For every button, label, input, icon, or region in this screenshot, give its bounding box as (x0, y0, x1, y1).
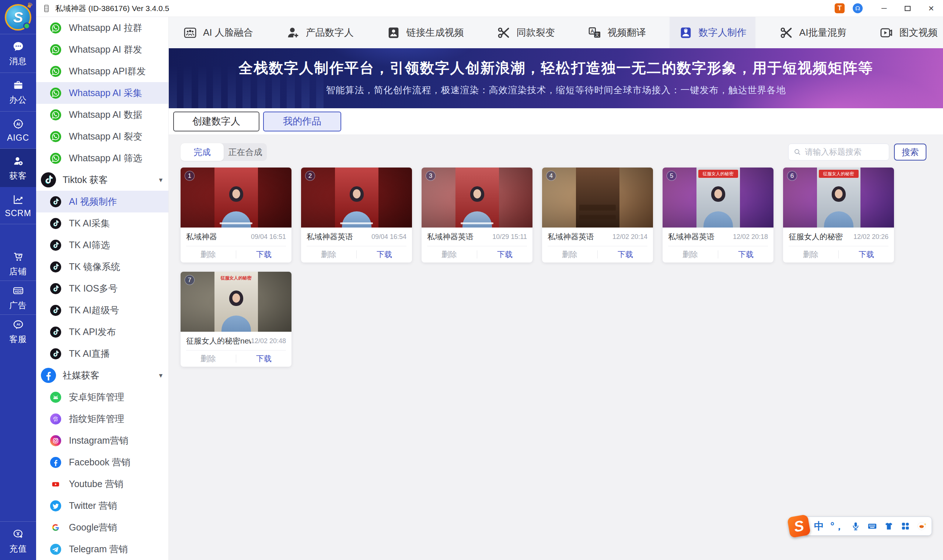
mascot-emoji-icon[interactable] (917, 521, 927, 531)
delete-button[interactable]: 删除 (181, 354, 236, 364)
delete-button[interactable]: 删除 (301, 249, 357, 260)
card-actions: 删除下载 (421, 246, 532, 263)
promo-banner: 全栈数字人制作平台，引领数字人创新浪潮，轻松打造独一无二的数字形象，用于短视频矩… (169, 48, 943, 108)
delete-button[interactable]: 删除 (181, 249, 236, 260)
video-thumbnail[interactable]: 征服女人的秘密7 (181, 272, 292, 332)
tiktok-icon (50, 262, 61, 272)
classroom-desk-shape (579, 205, 616, 211)
tab-ai-batch-cut[interactable]: AI批量混剪 (770, 17, 856, 48)
rail-item-shop[interactable]: 店铺 (0, 247, 36, 280)
whatsapp-icon (50, 88, 61, 98)
skin-tshirt-icon[interactable] (884, 521, 894, 531)
create-avatar-button[interactable]: 创建数字人 (173, 112, 259, 131)
menu-item-whatsapp-ai-data[interactable]: Whatsapp AI 数据 (36, 104, 168, 126)
menu-item-android-matrix[interactable]: 安卓矩阵管理 (36, 386, 168, 408)
video-thumbnail[interactable]: 2 (301, 168, 412, 228)
delete-button[interactable]: 删除 (542, 249, 597, 260)
side-menu: Whatsapp AI 拉群Whatsapp AI 群发Whatsapp API… (36, 17, 169, 560)
thumbnail-center-frame: 征服女人的秘密 (696, 168, 740, 228)
video-thumbnail[interactable]: 1 (181, 168, 292, 228)
rail-item-support[interactable]: AI客服 (0, 315, 36, 348)
tab-link-to-video[interactable]: 链接生成视频 (377, 17, 473, 48)
toolbox-icon[interactable]: T (835, 3, 844, 13)
rail-item-messages[interactable]: 消息 (0, 34, 36, 72)
menu-item-tk-ai-filter[interactable]: TK AI筛选 (36, 234, 168, 256)
menu-item-telegram-marketing[interactable]: Telegram 营销 (36, 538, 168, 560)
close-button[interactable]: ✕ (920, 0, 943, 17)
menu-item-google-marketing[interactable]: Google营销 (36, 517, 168, 538)
delete-button[interactable]: 删除 (662, 249, 718, 260)
menu-item-whatsapp-ai-filter[interactable]: Whatsapp AI 筛选 (36, 147, 168, 169)
assistant-icon[interactable]: ☊ (853, 3, 863, 13)
menu-item-instagram-marketing[interactable]: Instagram营销 (36, 430, 168, 451)
menu-item-tk-api-publish[interactable]: TK API发布 (36, 321, 168, 343)
my-works-button[interactable]: 我的作品 (263, 112, 341, 131)
menu-item-whatsapp-ai-collect[interactable]: Whatsapp AI 采集 (36, 82, 168, 104)
person-face (232, 294, 240, 303)
video-thumbnail[interactable]: 征服女人的秘密5 (662, 168, 773, 228)
menu-item-label: 社媒获客 (63, 369, 99, 382)
pic-video-icon (879, 25, 894, 40)
rail-item-ads[interactable]: ADS广告 (0, 281, 36, 314)
rail-item-scrm[interactable]: SCRM (0, 187, 36, 224)
app-logo[interactable]: S ♛ (5, 4, 31, 31)
rail-item-acquisition[interactable]: 获客 (0, 149, 36, 187)
download-button[interactable]: 下载 (357, 249, 412, 260)
tab-same-style-fission[interactable]: 同款裂变 (488, 17, 564, 48)
delete-button[interactable]: 删除 (421, 249, 477, 260)
search-input[interactable] (805, 147, 884, 157)
menu-item-tk-ios-multi[interactable]: TK IOS多号 (36, 278, 168, 299)
download-button[interactable]: 下载 (598, 249, 653, 260)
ime-punctuation-icon[interactable]: °， (830, 522, 844, 531)
menu-item-social-media-acquisition[interactable]: 社媒获客▾ (36, 365, 168, 386)
tab-avatar-production[interactable]: 数字人制作 (670, 17, 755, 48)
menu-item-twitter-marketing[interactable]: Twitter 营销 (36, 495, 168, 517)
chevron-down-icon[interactable]: ▾ (159, 175, 162, 184)
download-button[interactable]: 下载 (839, 249, 894, 260)
download-button[interactable]: 下载 (236, 249, 292, 260)
video-thumbnail[interactable]: 征服女人的秘密6 (783, 168, 894, 228)
sogou-logo-icon[interactable]: S (787, 514, 811, 538)
keyboard-icon[interactable] (867, 521, 877, 531)
menu-item-whatsapp-ai-fission[interactable]: Whatsapp AI 裂变 (36, 126, 168, 147)
menu-item-tk-mirror-system[interactable]: TK 镜像系统 (36, 256, 168, 278)
menu-item-tk-ai-super[interactable]: TK AI超级号 (36, 299, 168, 321)
download-button[interactable]: 下载 (718, 249, 773, 260)
menu-item-tiktok-acquisition[interactable]: Tiktok 获客▾ (36, 169, 168, 191)
menu-item-whatsapp-ai-bulk-send[interactable]: Whatsapp AI 群发 (36, 38, 168, 60)
tab-in-progress[interactable]: 正在合成 (224, 143, 267, 161)
menu-item-whatsapp-ai-group-invite[interactable]: Whatsapp AI 拉群 (36, 17, 168, 38)
tab-pic-text-video[interactable]: 图文视频 (870, 17, 943, 48)
rail-item-aigc[interactable]: AIAIGC (0, 112, 36, 148)
toolbox-grid-icon[interactable] (900, 521, 911, 531)
menu-item-whatsapp-api-bulk-send[interactable]: Whatsapp API群发 (36, 60, 168, 82)
microphone-icon[interactable] (850, 521, 861, 531)
rail-item-office[interactable]: 办公 (0, 73, 36, 111)
tab-label: 链接生成视频 (406, 26, 464, 39)
menu-item-youtube-marketing[interactable]: Youtube 营销 (36, 473, 168, 495)
menu-item-fingerprint-matrix[interactable]: 指纹矩阵管理 (36, 408, 168, 430)
thumbnail-index-badge: 1 (185, 171, 194, 181)
download-button[interactable]: 下载 (477, 249, 532, 260)
tab-product-avatar[interactable]: 产品数字人 (277, 17, 363, 48)
menu-item-ai-video-production[interactable]: AI 视频制作 (36, 191, 168, 212)
minimize-button[interactable]: ─ (872, 0, 896, 17)
menu-item-tk-ai-live[interactable]: TK AI直播 (36, 343, 168, 365)
tab-completed[interactable]: 完成 (181, 143, 224, 161)
ime-chinese-mode-icon[interactable]: 中 (814, 522, 824, 531)
download-button[interactable]: 下载 (236, 354, 292, 364)
menu-item-tk-ai-collect[interactable]: TK AI采集 (36, 212, 168, 234)
video-thumbnail[interactable]: 3 (421, 168, 532, 228)
svg-text:AI: AI (16, 122, 20, 126)
chevron-down-icon[interactable]: ▾ (159, 371, 162, 380)
delete-button[interactable]: 删除 (783, 249, 838, 260)
tab-video-translate[interactable]: A文视频翻译 (579, 17, 655, 48)
maximize-button[interactable] (896, 0, 920, 17)
tab-ai-face-fusion[interactable]: AI 人脸融合 (174, 17, 262, 48)
search-button[interactable]: 搜索 (894, 144, 926, 160)
menu-item-facebook-marketing[interactable]: Facebook 营销 (36, 451, 168, 473)
left-rail: S ♛ 消息办公AIAIGC获客SCRM店铺ADS广告AI客服充值 (0, 0, 36, 560)
menu-item-label: TK 镜像系统 (69, 261, 120, 273)
rail-item-recharge[interactable]: 充值 (0, 522, 36, 560)
video-thumbnail[interactable]: 4 (542, 168, 653, 228)
